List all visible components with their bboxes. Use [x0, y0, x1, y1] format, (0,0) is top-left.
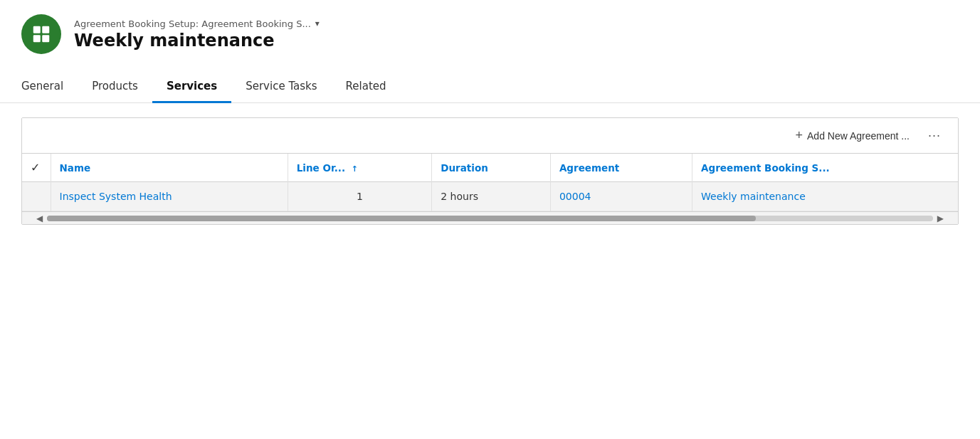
scroll-thumb[interactable]: [47, 216, 756, 221]
horizontal-scrollbar[interactable]: ◀ ▶: [22, 211, 958, 224]
row-check-cell[interactable]: [22, 182, 51, 211]
breadcrumb-chevron[interactable]: ▾: [315, 18, 320, 28]
tab-services[interactable]: Services: [152, 73, 231, 103]
table-header-row: ✓ Name Line Or... ↑ Duration Agreement: [22, 154, 958, 182]
more-options-button[interactable]: ···: [922, 125, 947, 146]
page-title: Weekly maintenance: [74, 31, 320, 51]
column-header-name[interactable]: Name: [51, 154, 288, 182]
tab-products[interactable]: Products: [78, 73, 152, 103]
column-header-check[interactable]: ✓: [22, 154, 51, 182]
services-grid: + Add New Agreement ... ··· ✓ Name Line: [21, 117, 959, 225]
column-header-duration[interactable]: Duration: [432, 154, 551, 182]
row-agreement-cell[interactable]: 00004: [550, 182, 692, 211]
tab-related[interactable]: Related: [332, 73, 401, 103]
grid-toolbar: + Add New Agreement ... ···: [22, 118, 958, 154]
tab-service-tasks[interactable]: Service Tasks: [231, 73, 331, 103]
row-duration-cell: 2 hours: [432, 182, 551, 211]
sort-asc-icon: ↑: [352, 164, 358, 174]
row-agreement-booking-cell[interactable]: Weekly maintenance: [692, 182, 958, 211]
scroll-left-arrow[interactable]: ◀: [36, 213, 43, 223]
tab-general[interactable]: General: [21, 73, 78, 103]
row-line-order-cell: 1: [288, 182, 431, 211]
column-header-agreement-booking[interactable]: Agreement Booking S...: [692, 154, 958, 182]
table-row[interactable]: Inspect System Health 1 2 hours 00004 We…: [22, 182, 958, 211]
row-name-cell[interactable]: Inspect System Health: [51, 182, 288, 211]
scroll-right-arrow[interactable]: ▶: [937, 213, 944, 223]
app-icon: [21, 14, 61, 54]
svg-rect-3: [42, 35, 49, 42]
scroll-track[interactable]: [47, 216, 933, 221]
header-text-block: Agreement Booking Setup: Agreement Booki…: [74, 18, 320, 51]
svg-rect-0: [33, 26, 41, 33]
breadcrumb-text: Agreement Booking Setup: Agreement Booki…: [74, 18, 311, 29]
column-header-agreement[interactable]: Agreement: [550, 154, 692, 182]
page-header: Agreement Booking Setup: Agreement Booki…: [0, 0, 980, 61]
svg-rect-1: [42, 26, 49, 33]
plus-icon: +: [796, 128, 804, 143]
breadcrumb[interactable]: Agreement Booking Setup: Agreement Booki…: [74, 18, 320, 29]
column-header-line-order[interactable]: Line Or... ↑: [288, 154, 431, 182]
main-content: + Add New Agreement ... ··· ✓ Name Line: [0, 103, 980, 239]
add-new-agreement-button[interactable]: + Add New Agreement ...: [791, 125, 914, 146]
svg-rect-2: [33, 35, 41, 42]
tab-bar: General Products Services Service Tasks …: [0, 73, 980, 103]
app-icon-svg: [31, 23, 52, 45]
services-table: ✓ Name Line Or... ↑ Duration Agreement: [22, 154, 958, 211]
